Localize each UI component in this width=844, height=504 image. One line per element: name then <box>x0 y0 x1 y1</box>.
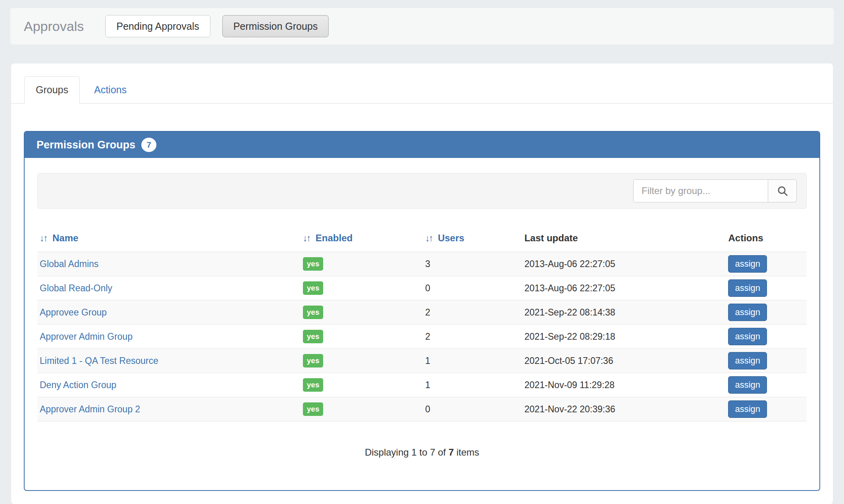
enabled-cell: yes <box>301 349 423 373</box>
table-row: Approver Admin Group yes 2 2021-Sep-22 0… <box>37 325 807 349</box>
last-update-cell: 2021-Sep-22 08:29:18 <box>522 325 726 349</box>
filter-input-group <box>633 179 797 202</box>
table-header-row: ↓↑Name ↓↑Enabled ↓↑Users Last update Act… <box>37 229 807 252</box>
column-header-users[interactable]: ↓↑Users <box>423 229 522 252</box>
tab-actions[interactable]: Actions <box>83 77 138 103</box>
actions-cell: assign <box>726 349 807 373</box>
last-update: 2021-Nov-09 11:29:28 <box>524 380 615 390</box>
search-button[interactable] <box>768 179 797 202</box>
filter-input[interactable] <box>633 179 768 202</box>
groups-table: ↓↑Name ↓↑Enabled ↓↑Users Last update Act… <box>37 229 807 421</box>
assign-button[interactable]: assign <box>728 304 767 321</box>
group-name-link[interactable]: Global Admins <box>40 259 98 269</box>
summary-total: 7 <box>449 447 454 458</box>
group-name-link[interactable]: Limited 1 - QA Test Resource <box>40 356 158 366</box>
enabled-badge: yes <box>303 378 324 392</box>
users-cell: 1 <box>423 373 522 397</box>
column-header-actions: Actions <box>726 229 807 252</box>
users-cell: 1 <box>423 349 522 373</box>
column-label: Enabled <box>316 233 353 243</box>
users-cell: 2 <box>423 300 522 325</box>
permission-groups-button[interactable]: Permission Groups <box>222 15 329 37</box>
column-header-last-update: Last update <box>522 229 726 252</box>
column-label: Name <box>52 233 78 243</box>
table-row: Deny Action Group yes 1 2021-Nov-09 11:2… <box>37 373 807 397</box>
enabled-cell: yes <box>301 397 423 421</box>
group-name-link[interactable]: Deny Action Group <box>40 380 116 390</box>
last-update: 2021-Sep-22 08:14:38 <box>524 307 615 317</box>
last-update-cell: 2021-Nov-09 11:29:28 <box>522 373 726 397</box>
summary-prefix: Displaying 1 to 7 of <box>365 447 449 458</box>
approvals-header-bar: Approvals Pending Approvals Permission G… <box>10 8 834 44</box>
enabled-badge: yes <box>303 330 324 343</box>
column-header-enabled[interactable]: ↓↑Enabled <box>301 229 423 252</box>
assign-button[interactable]: assign <box>728 328 767 345</box>
users-count: 1 <box>425 380 430 390</box>
group-name-link[interactable]: Approver Admin Group <box>40 331 133 342</box>
enabled-cell: yes <box>301 373 423 397</box>
users-cell: 0 <box>423 276 522 300</box>
last-update-cell: 2013-Aug-06 22:27:05 <box>522 252 726 276</box>
actions-cell: assign <box>726 325 807 349</box>
enabled-badge: yes <box>303 306 324 319</box>
assign-button[interactable]: assign <box>728 255 767 273</box>
panel-wrap: Permission Groups 7 <box>11 104 833 491</box>
assign-button[interactable]: assign <box>728 376 767 394</box>
name-cell: Deny Action Group <box>37 373 301 397</box>
enabled-cell: yes <box>301 325 423 349</box>
users-count: 2 <box>425 331 430 342</box>
column-label: Last update <box>524 233 578 243</box>
actions-cell: assign <box>726 300 807 325</box>
count-badge: 7 <box>141 138 156 152</box>
enabled-badge: yes <box>303 281 324 295</box>
main-panel: Groups Actions Permission Groups 7 <box>11 63 833 504</box>
last-update: 2021-Nov-22 20:39:36 <box>524 404 615 414</box>
panel-body: ↓↑Name ↓↑Enabled ↓↑Users Last update Act… <box>25 158 819 458</box>
group-name-link[interactable]: Approver Admin Group 2 <box>40 404 140 414</box>
page-title: Approvals <box>24 19 84 34</box>
column-label: Actions <box>728 233 763 243</box>
last-update: 2013-Aug-06 22:27:05 <box>524 259 615 269</box>
column-label: Users <box>438 233 464 243</box>
name-cell: Approver Admin Group 2 <box>37 397 301 421</box>
table-row: Global Admins yes 3 2013-Aug-06 22:27:05… <box>37 252 807 276</box>
table-row: Limited 1 - QA Test Resource yes 1 2021-… <box>37 349 807 373</box>
permission-groups-panel: Permission Groups 7 <box>24 131 820 491</box>
group-name-link[interactable]: Approvee Group <box>40 307 107 317</box>
column-header-name[interactable]: ↓↑Name <box>37 229 301 252</box>
pending-approvals-button[interactable]: Pending Approvals <box>105 15 210 37</box>
summary-suffix: items <box>454 447 479 458</box>
last-update-cell: 2021-Oct-05 17:07:36 <box>522 349 726 373</box>
actions-cell: assign <box>726 397 807 421</box>
name-cell: Approver Admin Group <box>37 325 301 349</box>
enabled-cell: yes <box>301 276 423 300</box>
users-count: 3 <box>425 259 430 269</box>
name-cell: Limited 1 - QA Test Resource <box>37 349 301 373</box>
users-count: 2 <box>425 307 430 317</box>
actions-cell: assign <box>726 276 807 300</box>
users-count: 0 <box>425 283 430 293</box>
users-count: 0 <box>425 404 430 414</box>
enabled-badge: yes <box>303 402 324 416</box>
sort-icon: ↓↑ <box>40 233 47 243</box>
name-cell: Global Admins <box>37 252 301 276</box>
table-row: Approvee Group yes 2 2021-Sep-22 08:14:3… <box>37 300 807 325</box>
search-icon <box>777 185 788 197</box>
tab-groups[interactable]: Groups <box>24 76 80 104</box>
enabled-badge: yes <box>303 354 324 367</box>
name-cell: Global Read-Only <box>37 276 301 300</box>
actions-cell: assign <box>726 252 807 276</box>
last-update-cell: 2021-Nov-22 20:39:36 <box>522 397 726 421</box>
assign-button[interactable]: assign <box>728 279 767 297</box>
tab-bar: Groups Actions <box>11 63 833 104</box>
name-cell: Approvee Group <box>37 300 301 325</box>
group-name-link[interactable]: Global Read-Only <box>40 283 112 293</box>
last-update: 2013-Aug-06 22:27:05 <box>524 283 615 293</box>
last-update: 2021-Sep-22 08:29:18 <box>524 331 615 342</box>
assign-button[interactable]: assign <box>728 352 767 369</box>
users-cell: 3 <box>423 252 522 276</box>
assign-button[interactable]: assign <box>728 400 767 418</box>
table-row: Global Read-Only yes 0 2013-Aug-06 22:27… <box>37 276 807 300</box>
enabled-badge: yes <box>303 257 324 271</box>
actions-cell: assign <box>726 373 807 397</box>
